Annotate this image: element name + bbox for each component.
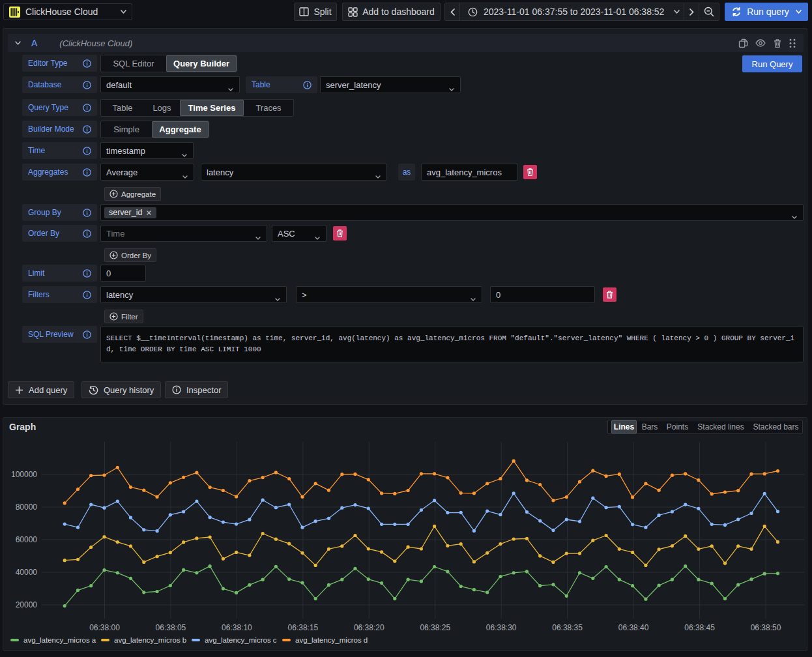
svg-text:60000: 60000	[16, 535, 38, 544]
svg-text:40000: 40000	[16, 568, 38, 577]
svg-text:06:38:10: 06:38:10	[222, 623, 252, 632]
svg-text:80000: 80000	[16, 503, 38, 512]
svg-text:06:38:00: 06:38:00	[89, 623, 120, 632]
svg-text:06:38:25: 06:38:25	[420, 623, 450, 632]
svg-text:06:38:50: 06:38:50	[751, 623, 781, 632]
svg-text:20000: 20000	[16, 600, 38, 609]
svg-text:06:38:45: 06:38:45	[684, 623, 715, 632]
svg-text:06:38:20: 06:38:20	[354, 623, 384, 632]
svg-text:06:38:15: 06:38:15	[288, 623, 319, 632]
svg-text:06:38:30: 06:38:30	[486, 623, 517, 632]
svg-text:06:38:40: 06:38:40	[618, 623, 649, 632]
svg-text:06:38:05: 06:38:05	[156, 623, 186, 632]
svg-text:100000: 100000	[11, 470, 37, 479]
svg-text:06:38:35: 06:38:35	[552, 623, 583, 632]
